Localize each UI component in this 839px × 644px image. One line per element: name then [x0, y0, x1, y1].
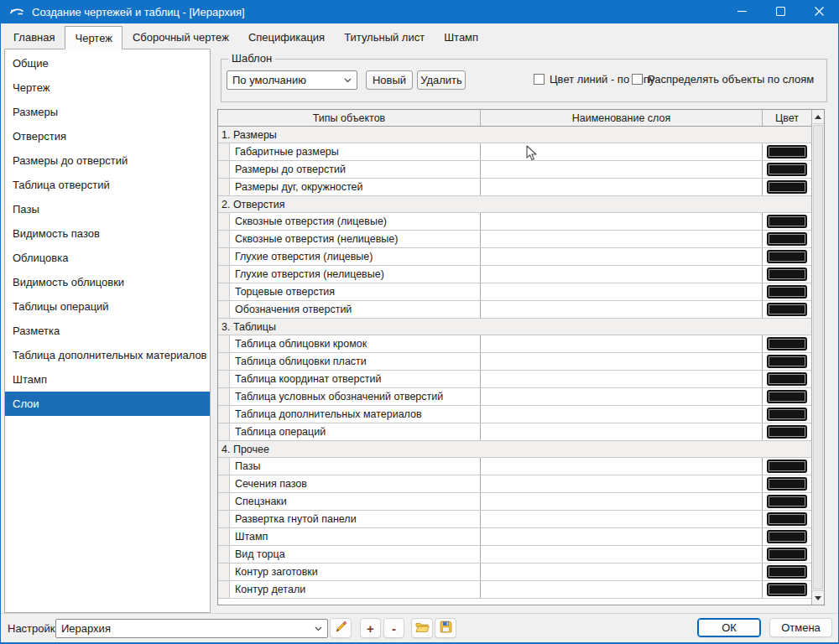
dialog-window: Создание чертежей и таблиц - [Иерархия]	[0, 0, 839, 644]
sidebar-item[interactable]: Облицовка	[5, 246, 210, 270]
sidebar-item[interactable]: Размеры до отверстий	[5, 148, 210, 173]
save-settings-button[interactable]	[435, 618, 456, 638]
layer-name-cell[interactable]	[481, 353, 763, 370]
layer-name-cell[interactable]	[481, 475, 763, 492]
cancel-button[interactable]: Отмена	[769, 618, 832, 637]
object-type-cell: Таблица условных обозначений отверстий	[230, 388, 481, 405]
tab[interactable]: Штамп	[435, 26, 487, 49]
layer-name-cell[interactable]	[481, 231, 763, 247]
object-type-cell: Сквозные отверстия (нелицевые)	[230, 231, 481, 247]
layer-name-cell[interactable]	[481, 546, 763, 563]
layer-name-cell[interactable]	[481, 335, 763, 352]
layer-name-cell[interactable]	[481, 581, 763, 598]
color-swatch[interactable]	[769, 234, 805, 244]
sidebar-item[interactable]: Таблицы операций	[5, 294, 210, 319]
layer-name-cell[interactable]	[481, 213, 763, 230]
object-type-cell: Сечения пазов	[230, 475, 481, 492]
sidebar-item[interactable]: Отверстия	[5, 124, 210, 148]
tab[interactable]: Чертеж	[65, 26, 122, 49]
color-swatch[interactable]	[769, 461, 805, 471]
open-settings-button[interactable]	[411, 618, 433, 638]
row-indent	[218, 161, 230, 178]
color-swatch[interactable]	[769, 409, 805, 419]
color-swatch[interactable]	[769, 304, 805, 314]
scrollbar-thumb[interactable]	[813, 125, 823, 589]
color-swatch[interactable]	[769, 356, 805, 366]
color-swatch[interactable]	[769, 216, 805, 226]
color-swatch[interactable]	[769, 584, 805, 595]
sidebar-item[interactable]: Таблица дополнительных материалов	[5, 343, 210, 367]
color-swatch[interactable]	[769, 269, 805, 279]
minimize-button[interactable]	[722, 0, 761, 23]
color-swatch[interactable]	[769, 164, 805, 174]
layer-name-cell[interactable]	[481, 283, 763, 300]
edit-setting-button[interactable]	[330, 618, 352, 638]
color-swatch[interactable]	[769, 392, 805, 402]
sidebar-item[interactable]: Слои	[5, 392, 210, 416]
sidebar-item[interactable]: Чертеж	[5, 75, 210, 100]
color-swatch[interactable]	[769, 479, 805, 489]
color-swatch[interactable]	[769, 182, 805, 192]
layer-name-cell[interactable]	[481, 179, 763, 195]
sidebar-item[interactable]: Общие	[5, 51, 210, 75]
settings-combobox[interactable]: Иерархия	[55, 619, 328, 638]
sidebar-item[interactable]: Размеры	[5, 100, 210, 124]
table-row: Таблица облицовки пласти	[218, 353, 811, 371]
color-swatch[interactable]	[769, 339, 805, 349]
color-swatch[interactable]	[769, 427, 805, 437]
layer-name-cell[interactable]	[481, 266, 763, 283]
layer-name-cell[interactable]	[481, 371, 763, 387]
color-swatch[interactable]	[769, 374, 805, 384]
sidebar-item[interactable]: Разметка	[5, 319, 210, 343]
layer-name-cell[interactable]	[481, 528, 763, 545]
new-template-button[interactable]: Новый	[366, 70, 413, 90]
row-indent	[218, 248, 230, 265]
layer-name-cell[interactable]	[481, 248, 763, 265]
tab[interactable]: Титульный лист	[335, 26, 434, 49]
delete-template-button[interactable]: Удалить	[417, 70, 466, 90]
color-swatch[interactable]	[769, 252, 805, 262]
template-combobox[interactable]: По умолчанию	[227, 70, 357, 90]
color-swatch[interactable]	[769, 287, 805, 297]
layer-name-cell[interactable]	[481, 511, 763, 527]
layer-name-cell[interactable]	[481, 493, 763, 510]
layer-name-cell[interactable]	[481, 161, 763, 178]
row-indent	[218, 406, 230, 423]
add-setting-button[interactable]: +	[360, 618, 381, 638]
layer-name-cell[interactable]	[481, 143, 763, 160]
scroll-up-button[interactable]	[812, 110, 824, 124]
color-swatch[interactable]	[769, 147, 805, 157]
color-swatch[interactable]	[769, 532, 805, 542]
sidebar-item[interactable]: Штамп	[5, 367, 210, 392]
tab[interactable]: Главная	[4, 26, 64, 49]
tab[interactable]: Спецификация	[239, 26, 334, 49]
maximize-button[interactable]	[761, 0, 800, 23]
layer-name-cell[interactable]	[481, 301, 763, 318]
remove-setting-button[interactable]: -	[383, 618, 404, 638]
close-button[interactable]	[800, 0, 838, 23]
color-swatch[interactable]	[769, 514, 805, 524]
scroll-down-button[interactable]	[812, 590, 824, 605]
layer-name-cell[interactable]	[481, 406, 763, 423]
column-header-object-types: Типы объектов	[218, 110, 481, 126]
color-swatch[interactable]	[769, 549, 805, 559]
tab-label: Спецификация	[248, 31, 325, 44]
table-row: Вид торца	[218, 546, 811, 564]
ok-button[interactable]: ОК	[697, 618, 761, 637]
group-header-row: 1. Размеры	[218, 127, 811, 143]
sidebar-item[interactable]: Видимость пазов	[5, 221, 210, 246]
sidebar-item[interactable]: Пазы	[5, 197, 210, 221]
layer-name-cell[interactable]	[481, 423, 763, 440]
tab[interactable]: Сборочный чертеж	[123, 26, 238, 49]
sidebar-item[interactable]: Видимость облицовки	[5, 270, 210, 294]
vertical-scrollbar[interactable]	[811, 110, 824, 605]
layer-name-cell[interactable]	[481, 388, 763, 405]
color-swatch[interactable]	[769, 567, 805, 577]
sidebar-item[interactable]: Таблица отверстий	[5, 173, 210, 197]
layer-name-cell[interactable]	[481, 458, 763, 475]
color-cell	[763, 248, 811, 265]
color-swatch[interactable]	[769, 496, 805, 506]
object-type-cell: Вид торца	[230, 546, 481, 563]
checkbox-distribute-by-layers[interactable]: Распределять объекты по слоям	[632, 73, 814, 86]
layer-name-cell[interactable]	[481, 564, 763, 580]
